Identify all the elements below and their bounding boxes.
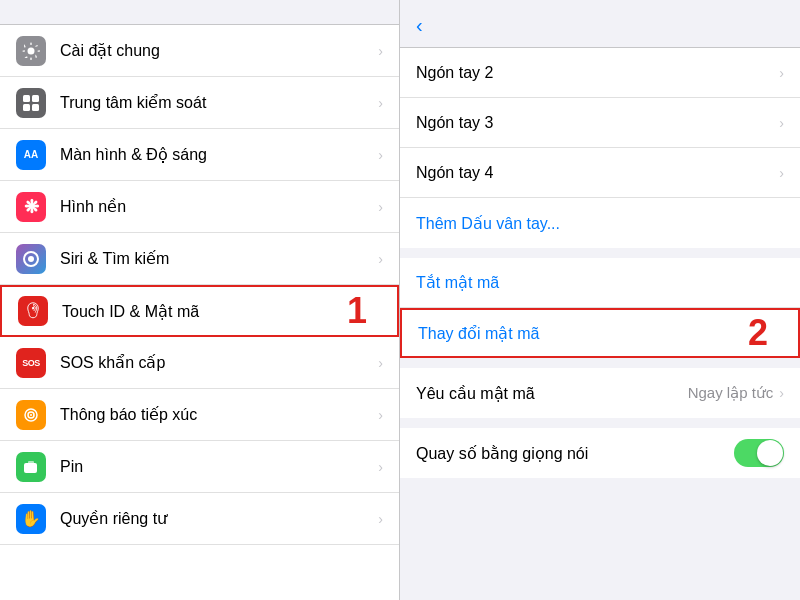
touch-id-icon xyxy=(18,296,48,326)
left-header xyxy=(0,0,399,25)
toggle-knob-quay-so-giong-noi xyxy=(757,440,783,466)
right-item-ngon-tay-3[interactable]: Ngón tay 3› xyxy=(400,98,800,148)
settings-item-hinh-nen[interactable]: ❋Hình nền› xyxy=(0,181,399,233)
toggle-quay-so-giong-noi[interactable] xyxy=(734,439,784,467)
settings-item-label-thong-bao: Thông báo tiếp xúc xyxy=(60,405,378,424)
right-label-ngon-tay-3: Ngón tay 3 xyxy=(416,114,779,132)
settings-item-quyen-rieng[interactable]: ✋Quyền riêng tư› xyxy=(0,493,399,545)
right-label-them-dau-van-tay: Thêm Dấu vân tay... xyxy=(416,214,784,233)
cai-dat-chung-icon xyxy=(16,36,46,66)
step2-badge: 2 xyxy=(748,312,768,354)
chevron-icon-sos: › xyxy=(378,355,383,371)
svg-rect-3 xyxy=(23,104,30,111)
settings-list: Cài đặt chung›Trung tâm kiểm soát›AAMàn … xyxy=(0,25,399,600)
settings-item-pin[interactable]: Pin› xyxy=(0,441,399,493)
right-panel: ‹ Ngón tay 2›Ngón tay 3›Ngón tay 4›Thêm … xyxy=(400,0,800,600)
chevron-icon-thong-bao: › xyxy=(378,407,383,423)
chevron-icon-siri: › xyxy=(378,251,383,267)
right-item-quay-so-giong-noi[interactable]: Quay số bằng giọng nói xyxy=(400,428,800,478)
settings-item-label-trung-tam: Trung tâm kiểm soát xyxy=(60,93,378,112)
trung-tam-icon xyxy=(16,88,46,118)
right-chevron-yeu-cau-mat-ma: › xyxy=(779,385,784,401)
chevron-icon-cai-dat-chung: › xyxy=(378,43,383,59)
right-item-tat-mat-ma[interactable]: Tắt mật mã xyxy=(400,258,800,308)
man-hinh-icon: AA xyxy=(16,140,46,170)
settings-item-label-cai-dat-chung: Cài đặt chung xyxy=(60,41,378,60)
svg-rect-12 xyxy=(28,461,34,464)
settings-item-label-sos: SOS khẩn cấp xyxy=(60,353,378,372)
right-chevron-ngon-tay-4: › xyxy=(779,165,784,181)
left-panel: Cài đặt chung›Trung tâm kiểm soát›AAMàn … xyxy=(0,0,400,600)
right-label-ngon-tay-4: Ngón tay 4 xyxy=(416,164,779,182)
svg-rect-11 xyxy=(24,463,37,473)
settings-item-label-touch-id: Touch ID & Mật mã xyxy=(62,302,381,321)
right-label-thay-doi-mat-ma: Thay đổi mật mã xyxy=(418,324,782,343)
hinh-nen-icon: ❋ xyxy=(16,192,46,222)
chevron-icon-man-hinh: › xyxy=(378,147,383,163)
step1-badge: 1 xyxy=(347,290,367,332)
chevron-icon-hinh-nen: › xyxy=(378,199,383,215)
settings-item-label-siri: Siri & Tìm kiếm xyxy=(60,249,378,268)
right-header: ‹ xyxy=(400,0,800,48)
back-button[interactable]: ‹ xyxy=(416,14,425,37)
settings-item-sos[interactable]: SOSSOS khẩn cấp› xyxy=(0,337,399,389)
pin-icon xyxy=(16,452,46,482)
thong-bao-icon xyxy=(16,400,46,430)
settings-item-label-pin: Pin xyxy=(60,458,378,476)
settings-item-thong-bao[interactable]: Thông báo tiếp xúc› xyxy=(0,389,399,441)
right-label-ngon-tay-2: Ngón tay 2 xyxy=(416,64,779,82)
right-value-yeu-cau-mat-ma: Ngay lập tức xyxy=(688,384,774,402)
settings-item-cai-dat-chung[interactable]: Cài đặt chung› xyxy=(0,25,399,77)
chevron-icon-quyen-rieng: › xyxy=(378,511,383,527)
right-content: Ngón tay 2›Ngón tay 3›Ngón tay 4›Thêm Dấ… xyxy=(400,48,800,600)
svg-rect-1 xyxy=(23,95,30,102)
settings-item-label-man-hinh: Màn hình & Độ sáng xyxy=(60,145,378,164)
svg-point-7 xyxy=(32,307,34,309)
chevron-icon-pin: › xyxy=(378,459,383,475)
back-chevron-icon: ‹ xyxy=(416,14,423,37)
settings-item-label-quyen-rieng: Quyền riêng tư xyxy=(60,509,378,528)
svg-rect-4 xyxy=(32,104,39,111)
right-item-ngon-tay-2[interactable]: Ngón tay 2› xyxy=(400,48,800,98)
siri-icon xyxy=(16,244,46,274)
svg-rect-2 xyxy=(32,95,39,102)
right-item-them-dau-van-tay[interactable]: Thêm Dấu vân tay... xyxy=(400,198,800,248)
svg-point-6 xyxy=(28,256,34,262)
right-item-ngon-tay-4[interactable]: Ngón tay 4› xyxy=(400,148,800,198)
chevron-icon-trung-tam: › xyxy=(378,95,383,111)
right-item-yeu-cau-mat-ma[interactable]: Yêu cầu mật mãNgay lập tức› xyxy=(400,368,800,418)
right-label-quay-so-giong-noi: Quay số bằng giọng nói xyxy=(416,444,734,463)
quyen-rieng-icon: ✋ xyxy=(16,504,46,534)
settings-item-siri[interactable]: Siri & Tìm kiếm› xyxy=(0,233,399,285)
settings-item-label-hinh-nen: Hình nền xyxy=(60,197,378,216)
svg-point-10 xyxy=(30,414,32,416)
right-chevron-ngon-tay-3: › xyxy=(779,115,784,131)
settings-item-man-hinh[interactable]: AAMàn hình & Độ sáng› xyxy=(0,129,399,181)
settings-item-touch-id[interactable]: Touch ID & Mật mã1 xyxy=(0,285,399,337)
right-label-yeu-cau-mat-ma: Yêu cầu mật mã xyxy=(416,384,688,403)
sos-icon: SOS xyxy=(16,348,46,378)
right-item-thay-doi-mat-ma[interactable]: Thay đổi mật mã2 xyxy=(400,308,800,358)
right-chevron-ngon-tay-2: › xyxy=(779,65,784,81)
right-label-tat-mat-ma: Tắt mật mã xyxy=(416,273,784,292)
settings-item-trung-tam[interactable]: Trung tâm kiểm soát› xyxy=(0,77,399,129)
svg-point-0 xyxy=(28,47,35,54)
